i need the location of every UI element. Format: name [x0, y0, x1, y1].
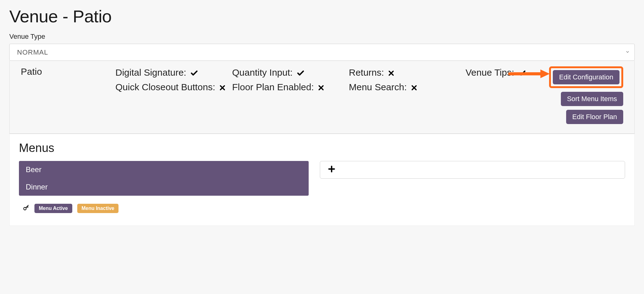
x-icon [388, 70, 395, 77]
button-column: Edit Configuration Sort Menu Items Edit … [549, 66, 623, 124]
quick-closeout-prop: Quick Closeout Buttons: [115, 81, 226, 94]
menus-card: Menus Beer Dinner Menu Active Menu Inact… [9, 134, 635, 226]
key-icon [23, 204, 29, 213]
page-title: Venue - Patio [9, 6, 635, 26]
venue-type-label: Venue Type [9, 33, 635, 41]
quantity-input-label: Quantity Input: [232, 67, 293, 78]
menu-item-dinner[interactable]: Dinner [19, 178, 309, 196]
x-icon [318, 84, 324, 91]
x-icon [411, 84, 418, 91]
highlight-annotation: Edit Configuration [549, 66, 623, 88]
quantity-input-prop: Quantity Input: [232, 66, 342, 79]
venue-tips-label: Venue Tips: [466, 67, 514, 78]
digital-signature-prop: Digital Signature: [115, 66, 226, 79]
menus-heading: Menus [19, 141, 625, 155]
menu-active-badge: Menu Active [34, 204, 72, 213]
add-menu-button[interactable] [320, 161, 625, 179]
menus-row: Beer Dinner [19, 161, 625, 196]
edit-floor-plan-button[interactable]: Edit Floor Plan [566, 110, 623, 124]
menu-list: Beer Dinner [19, 161, 309, 196]
menu-inactive-badge: Menu Inactive [77, 204, 119, 213]
plus-icon [328, 168, 336, 174]
returns-prop: Returns: [349, 66, 459, 79]
config-col-3: Returns: Menu Search: [349, 66, 459, 124]
venue-name-col: Patio [21, 66, 109, 124]
check-icon [190, 69, 198, 77]
venue-tips-prop: Venue Tips: [466, 66, 543, 79]
venue-type-select-wrapper: NORMAL [9, 44, 635, 61]
digital-signature-label: Digital Signature: [115, 67, 186, 78]
check-icon [518, 69, 526, 77]
config-panel: Patio Digital Signature: Quick Closeout … [9, 61, 635, 134]
quick-closeout-label: Quick Closeout Buttons: [115, 82, 215, 92]
check-icon [297, 69, 305, 77]
config-col-4: Venue Tips: [466, 66, 543, 124]
x-icon [219, 84, 226, 91]
floor-plan-enabled-label: Floor Plan Enabled: [232, 82, 314, 92]
sort-menu-items-button[interactable]: Sort Menu Items [561, 92, 623, 106]
menu-search-prop: Menu Search: [349, 81, 459, 94]
menu-item-beer[interactable]: Beer [19, 161, 309, 178]
venue-name: Patio [21, 66, 109, 77]
venue-type-select[interactable]: NORMAL [9, 44, 635, 61]
config-col-1: Digital Signature: Quick Closeout Button… [115, 66, 226, 124]
config-col-2: Quantity Input: Floor Plan Enabled: [232, 66, 342, 124]
menu-legend: Menu Active Menu Inactive [19, 204, 625, 213]
returns-label: Returns: [349, 67, 384, 78]
floor-plan-enabled-prop: Floor Plan Enabled: [232, 81, 342, 94]
edit-configuration-button[interactable]: Edit Configuration [553, 70, 619, 84]
menu-search-label: Menu Search: [349, 82, 407, 92]
